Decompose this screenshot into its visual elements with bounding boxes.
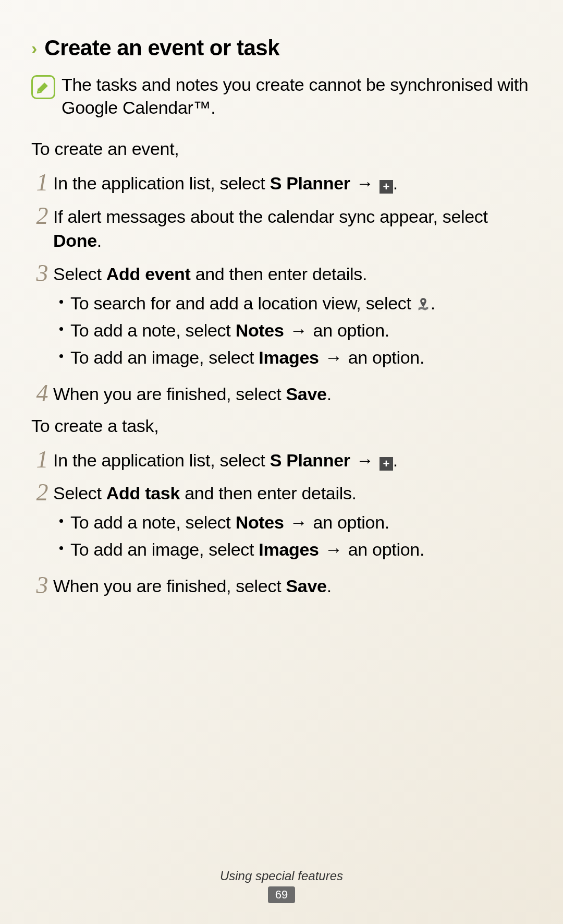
plus-icon: + xyxy=(380,180,393,194)
step-number: 3 xyxy=(31,261,53,285)
page-footer: Using special features 69 xyxy=(0,869,563,903)
sub-bullet: To add an image, select Images → an opti… xyxy=(53,538,532,562)
step-number: 4 xyxy=(31,381,53,405)
step-body: In the application list, select S Planne… xyxy=(53,172,532,196)
event-intro: To create an event, xyxy=(31,139,532,159)
sub-bullet: To add a note, select Notes → an option. xyxy=(53,511,532,535)
map-pin-icon xyxy=(416,297,431,311)
step-number: 1 xyxy=(31,171,53,195)
bullet-dot-icon xyxy=(59,327,63,331)
step-number: 2 xyxy=(31,481,53,505)
event-step-4: 4 When you are finished, select Save. xyxy=(31,382,532,406)
bullet-dot-icon xyxy=(59,519,63,523)
task-intro: To create a task, xyxy=(31,416,532,436)
section-heading-row: › Create an event or task xyxy=(31,35,532,61)
plus-icon: + xyxy=(380,457,393,471)
step-body: Select Add event and then enter details.… xyxy=(53,262,532,373)
step-body: In the application list, select S Planne… xyxy=(53,449,532,473)
event-step-2: 2 If alert messages about the calendar s… xyxy=(31,205,532,253)
chevron-right-icon: › xyxy=(31,39,37,57)
page-number-badge: 69 xyxy=(268,886,295,903)
footer-chapter-title: Using special features xyxy=(0,869,563,883)
event-step-1: 1 In the application list, select S Plan… xyxy=(31,172,532,196)
step-body: If alert messages about the calendar syn… xyxy=(53,205,532,253)
step-body: When you are finished, select Save. xyxy=(53,382,532,406)
bullet-dot-icon xyxy=(59,354,63,358)
step-body: When you are finished, select Save. xyxy=(53,574,532,598)
step-number: 1 xyxy=(31,448,53,472)
event-step-3: 3 Select Add event and then enter detail… xyxy=(31,262,532,373)
step-number: 2 xyxy=(31,204,53,228)
bullet-dot-icon xyxy=(59,300,63,304)
bullet-dot-icon xyxy=(59,546,63,550)
note-text: The tasks and notes you create cannot be… xyxy=(62,73,532,119)
step-body: Select Add task and then enter details. … xyxy=(53,482,532,565)
sub-bullet: To search for and add a location view, s… xyxy=(53,292,532,316)
sub-bullet: To add an image, select Images → an opti… xyxy=(53,346,532,370)
task-step-2: 2 Select Add task and then enter details… xyxy=(31,482,532,565)
step-number: 3 xyxy=(31,573,53,597)
task-step-3: 3 When you are finished, select Save. xyxy=(31,574,532,598)
sub-bullet: To add a note, select Notes → an option. xyxy=(53,319,532,343)
pencil-note-icon xyxy=(31,75,55,99)
note-row: The tasks and notes you create cannot be… xyxy=(31,73,532,119)
section-heading: Create an event or task xyxy=(44,35,279,61)
task-step-1: 1 In the application list, select S Plan… xyxy=(31,449,532,473)
